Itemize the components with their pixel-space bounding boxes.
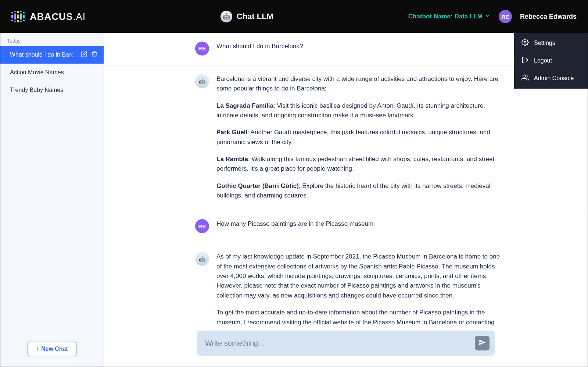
brand-text: ABACUS.AI [30, 11, 86, 22]
bot-avatar-icon: 🤖 [195, 252, 209, 266]
sidebar-item[interactable]: Action Movie Names [0, 64, 104, 81]
sidebar-item-label: Action Movie Names [10, 69, 98, 76]
app-header: ABACUS.AI 🤖 Chat LLM Chatbot Name: Data … [0, 0, 588, 33]
menu-logout[interactable]: Logout [514, 52, 588, 70]
user-avatar-icon: RE [195, 219, 209, 233]
message-text: How many Picasso paintings are in the Pi… [216, 219, 503, 233]
svg-point-0 [524, 42, 526, 43]
new-chat-button[interactable]: + New Chat [28, 342, 76, 356]
message-text: As of my last knowledge update in Septem… [216, 252, 503, 326]
menu-settings[interactable]: Settings [514, 34, 588, 52]
bot-avatar-icon: 🤖 [220, 11, 232, 22]
user-menu: Settings Logout Admin Console [514, 33, 588, 89]
logout-icon [521, 56, 529, 65]
user-name[interactable]: Rebecca Edwards [520, 13, 577, 21]
input-area [104, 331, 588, 367]
message-row-user: RE How many Picasso paintings are in the… [104, 210, 588, 243]
svg-point-2 [523, 75, 526, 78]
delete-icon[interactable] [91, 51, 98, 59]
message-text: Barcelona is a vibrant and diverse city … [216, 74, 503, 200]
sidebar-item-label: Trendy Baby Names [10, 87, 98, 93]
message-text: What should I do in Barcelona? [216, 42, 503, 56]
sidebar-item-label: What should I do in Barcelona? [10, 51, 81, 58]
send-icon [478, 339, 486, 348]
send-button[interactable] [475, 336, 490, 350]
admin-icon [521, 74, 529, 83]
menu-label: Logout [534, 57, 552, 64]
sidebar: Today What should I do in Barcelona? Act… [0, 33, 104, 367]
sidebar-item[interactable]: Trendy Baby Names [0, 81, 104, 99]
menu-label: Settings [534, 40, 555, 46]
menu-admin-console[interactable]: Admin Console [514, 70, 588, 87]
user-avatar-icon: RE [195, 42, 209, 56]
input-bar [197, 331, 495, 356]
edit-icon[interactable] [81, 51, 87, 59]
brand-logo-icon [11, 9, 25, 24]
menu-label: Admin Console [534, 75, 574, 82]
sidebar-section-label: Today [0, 33, 104, 46]
sidebar-item[interactable]: What should I do in Barcelona? [0, 46, 104, 64]
settings-icon [521, 39, 529, 47]
bot-avatar-icon: 🤖 [195, 74, 209, 88]
user-avatar[interactable]: RE [499, 10, 512, 23]
message-row-assistant: 🤖 As of my last knowledge update in Sept… [104, 243, 588, 326]
message-input[interactable] [205, 339, 470, 348]
chatbot-selector[interactable]: Chatbot Name: Data LLM [408, 13, 491, 21]
header-title: 🤖 Chat LLM [220, 11, 273, 22]
brand[interactable]: ABACUS.AI [11, 9, 86, 24]
chevron-down-icon [485, 13, 491, 21]
